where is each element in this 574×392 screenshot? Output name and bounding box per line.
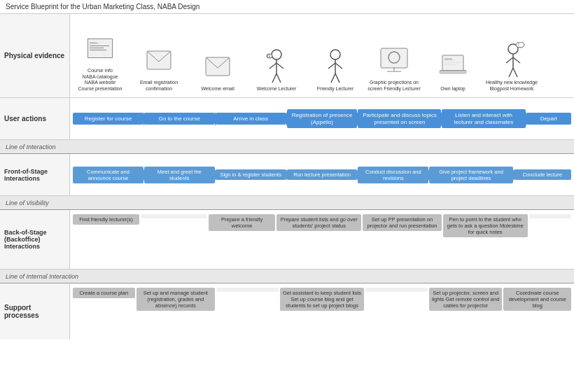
ua-item-2: Go to the course [144,113,215,125]
friendly-lecturer-icon [321,49,349,84]
bos-item-5: Set up PP presentation on projector and … [363,214,441,231]
svg-text:www...: www... [444,57,455,61]
support-processes-row: Support processes Create a course plan S… [0,284,574,340]
line-internal-label: Line of Internal Interaction [0,271,84,282]
fos-item-7: Conclude lecture [514,169,571,180]
svg-line-5 [276,63,284,69]
line-internal-row: Line of Internal Interaction [0,270,574,284]
bos-label: Back-of-Stage (Backoffice) Interactions [0,210,70,269]
svg-point-2 [272,50,281,59]
pe-item-laptop: www... Own laptop [424,48,482,93]
email-icon [145,43,173,78]
svg-rect-16 [381,48,407,68]
bos-content: Find friendly lecturer(s) Prepare a frie… [70,210,574,269]
svg-point-32 [516,42,524,48]
welcome-lecturer-icon: hi [262,49,290,84]
fos-item-5: Conduct discussion and revisions [358,167,428,183]
bos-item-3: Prepare a friendly welcome [209,214,275,231]
sp-content: Create a course plan Set up and manage s… [70,284,574,340]
laptop-icon: www... [439,49,467,84]
line-visibility-label: Line of Visibility [0,197,55,209]
bos-item-1: Find friendly lecturer(s) [73,214,139,225]
bos-item-7 [529,214,571,218]
sp-item-5 [365,288,428,292]
ua-item-7: Depart [526,113,572,125]
pe-label-friendly-lec: Friendly Lecturer [317,86,354,92]
fos-item-2: Meet and greet the students [144,167,215,183]
fos-label: Front-of-Stage Interactions [0,154,70,195]
welcome-email-icon [204,49,232,84]
physical-evidence-row: Physical evidence www... Course info NAB… [0,14,574,98]
page-title: Service Blueprint for the Urban Marketin… [0,0,574,14]
svg-line-13 [335,63,342,69]
pe-item-screen: Graphic projections on screen Friendly L… [365,41,423,93]
sp-item-2: Set up and manage student (registration,… [136,288,216,311]
sp-item-7: Coordinate course development and course… [503,288,571,311]
sp-item-3 [216,288,279,292]
line-interaction-row: Line of Interaction [0,140,574,154]
pe-label-email1: Email registration confirmation [132,80,186,92]
fos-item-1: Communicate and announce course [73,167,144,183]
user-actions-row: User actions Register for course Go to t… [0,98,574,140]
svg-line-12 [328,63,335,69]
svg-line-4 [270,63,276,69]
sp-item-1: Create a course plan [73,288,135,298]
back-stage-row: Back-of-Stage (Backoffice) Interactions … [0,210,574,270]
svg-line-29 [513,57,520,63]
bos-item-4: Prepare student lists and go over studen… [276,214,361,231]
sp-label: Support processes [0,284,70,340]
web-icon: www... [86,31,114,66]
knowledge-person-icon: ! [498,43,526,78]
fos-item-3: Sign in & register students [216,169,286,180]
svg-line-28 [506,57,513,63]
fos-content: Communicate and announce course Meet and… [70,154,574,195]
pe-item-knowledge: ! Healthy new knowledge Blogpost Homewor… [483,41,540,93]
ua-item-3: Arrive in class [216,113,286,125]
svg-line-14 [331,74,335,83]
fos-item-4: Run lecture presentation [287,169,358,180]
ua-item-6: Listen and interact with lecturer and cl… [442,109,525,128]
pe-label: Physical evidence [0,14,70,97]
pe-label-knowledge: Healthy new knowledge Blogpost Homework [484,80,539,92]
sp-item-4: Get assistant to keep student lists Set … [280,288,365,311]
svg-line-31 [513,68,517,77]
ua-label: User actions [0,98,70,139]
svg-line-15 [335,74,340,83]
ua-item-4: Registration of presence (Appello) [287,109,358,128]
pe-item-welcome-lec: hi Welcome Lecturer [248,48,305,93]
pe-label-web: Course info NABA catalogue NABA website … [78,68,122,92]
line-interaction-label: Line of Interaction [0,141,62,153]
svg-line-7 [276,74,281,83]
pe-label-wemail: Welcome email [201,86,234,92]
line-visibility-row: Line of Visibility [0,196,574,210]
pe-item-web: www... Course info NABA catalogue NABA w… [71,29,129,93]
bos-item-6: Pen to point to the student who gets to … [443,214,528,237]
svg-line-30 [509,68,513,77]
pe-label-screen: Graphic projections on screen Friendly L… [367,80,421,92]
ua-item-5: Participate and discuss topics presented… [358,109,441,128]
pe-label-welcome-lec: Welcome Lecturer [257,86,297,92]
screen-icon [380,43,408,78]
front-stage-row: Front-of-Stage Interactions Communicate … [0,154,574,196]
pe-item-wemail: Welcome email [189,48,246,93]
svg-text:hi: hi [267,54,270,58]
bos-item-2 [141,214,207,218]
svg-point-10 [330,50,340,59]
ua-item-1: Register for course [73,113,144,125]
pe-content: www... Course info NABA catalogue NABA w… [70,14,574,97]
sp-item-6: Set up projector, screen and lights Get … [429,288,503,311]
pe-item-email: Email registration confirmation [130,41,188,93]
blueprint-container: Physical evidence www... Course info NAB… [0,14,574,392]
pe-label-laptop: Own laptop [440,86,465,92]
fos-item-6: Give project framework and project deadl… [429,167,512,183]
svg-text:!: ! [518,42,519,47]
pe-item-friendly-lec: Friendly Lecturer [307,48,364,93]
svg-line-6 [272,74,276,83]
svg-rect-25 [440,71,466,74]
ua-content: Register for course Go to the course Arr… [70,98,574,139]
